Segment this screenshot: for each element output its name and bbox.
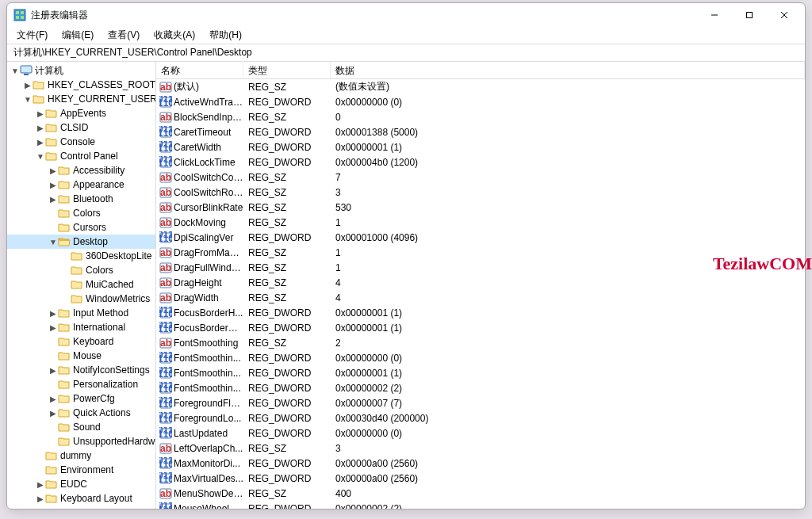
expand-icon[interactable]: ▶: [48, 408, 58, 418]
expand-icon[interactable]: ▶: [36, 137, 45, 147]
value-row[interactable]: 011110ForegroundLo...REG_DWORD0x00030d40…: [156, 410, 805, 426]
tree-item[interactable]: ▼Control Panel: [7, 149, 155, 163]
value-row[interactable]: 011110ForegroundFla...REG_DWORD0x0000000…: [156, 395, 805, 410]
tree-item[interactable]: Colors: [7, 206, 155, 220]
tree-item[interactable]: MuiCached: [7, 277, 155, 292]
value-row[interactable]: 011110CaretTimeoutREG_DWORD0x00001388 (5…: [156, 124, 805, 139]
tree-item[interactable]: dummy: [7, 448, 155, 463]
expand-icon[interactable]: [36, 451, 45, 460]
expand-icon[interactable]: [61, 294, 71, 303]
tree-item[interactable]: ▶Quick Actions: [7, 406, 155, 420]
expand-icon[interactable]: ▶: [48, 194, 58, 204]
value-row[interactable]: 011110LastUpdatedREG_DWORD0x00000000 (0): [156, 426, 805, 441]
menu-favorites[interactable]: 收藏夹(A): [147, 27, 201, 44]
tree-item[interactable]: ▶Appearance: [7, 177, 155, 192]
value-row[interactable]: abCoolSwitchRowsREG_SZ3: [156, 185, 805, 200]
value-row[interactable]: 011110FontSmoothin...REG_DWORD0x00000000…: [156, 350, 805, 365]
menu-help[interactable]: 帮助(H): [203, 27, 248, 44]
tree-item[interactable]: ▶PowerCfg: [7, 391, 155, 406]
tree-item[interactable]: ▼计算机: [7, 63, 155, 78]
value-row[interactable]: 011110FontSmoothin...REG_DWORD0x00000002…: [156, 380, 805, 395]
col-name[interactable]: 名称: [156, 62, 243, 78]
menu-edit[interactable]: 编辑(E): [56, 27, 100, 44]
expand-icon[interactable]: [48, 380, 58, 389]
expand-icon[interactable]: [48, 437, 58, 446]
expand-icon[interactable]: [48, 337, 58, 346]
expand-icon[interactable]: [48, 422, 58, 432]
tree-item[interactable]: Personalization: [7, 377, 155, 391]
registry-tree[interactable]: ▼计算机▶HKEY_CLASSES_ROOT▼HKEY_CURRENT_USER…: [7, 62, 156, 509]
tree-item[interactable]: Mouse: [7, 349, 155, 363]
tree-item[interactable]: Colors: [7, 263, 155, 277]
expand-icon[interactable]: [61, 265, 71, 275]
expand-icon[interactable]: [48, 208, 58, 218]
tree-item[interactable]: Sound: [7, 420, 155, 434]
expand-icon[interactable]: ▶: [48, 166, 58, 175]
tree-item[interactable]: ▶CLSID: [7, 120, 155, 135]
value-row[interactable]: ab(默认)REG_SZ(数值未设置): [156, 79, 805, 94]
value-row[interactable]: abDragHeightREG_SZ4: [156, 275, 805, 290]
value-row[interactable]: abDragWidthREG_SZ4: [156, 290, 805, 305]
tree-item[interactable]: ▶Console: [7, 135, 155, 149]
menu-view[interactable]: 查看(V): [102, 27, 146, 44]
expand-icon[interactable]: ▼: [48, 237, 58, 246]
expand-icon[interactable]: ▼: [23, 94, 33, 104]
expand-icon[interactable]: [61, 251, 71, 261]
value-row[interactable]: abDragFullWindo...REG_SZ1: [156, 260, 805, 275]
value-row[interactable]: abLeftOverlapCh...REG_SZ3: [156, 441, 805, 456]
value-row[interactable]: 011110FocusBorderH...REG_DWORD0x00000001…: [156, 305, 805, 320]
expand-icon[interactable]: ▶: [48, 365, 58, 375]
titlebar[interactable]: 注册表编辑器: [7, 3, 805, 27]
expand-icon[interactable]: [48, 223, 58, 232]
tree-item[interactable]: ▶HKEY_CLASSES_ROOT: [7, 78, 155, 92]
expand-icon[interactable]: ▶: [36, 109, 45, 118]
col-type[interactable]: 类型: [243, 62, 331, 78]
value-row[interactable]: 011110DpiScalingVerREG_DWORD0x00001000 (…: [156, 230, 805, 245]
value-row[interactable]: 011110ClickLockTimeREG_DWORD0x000004b0 (…: [156, 155, 805, 170]
tree-item[interactable]: Cursors: [7, 220, 155, 235]
expand-icon[interactable]: ▶: [36, 494, 45, 503]
tree-item[interactable]: ▼Desktop: [7, 235, 155, 249]
value-row[interactable]: 011110MaxMonitorDi...REG_DWORD0x00000a00…: [156, 456, 805, 471]
value-row[interactable]: abFontSmoothingREG_SZ2: [156, 335, 805, 350]
value-row[interactable]: abMenuShowDelayREG_SZ400: [156, 486, 805, 501]
value-row[interactable]: 011110MaxVirtualDes...REG_DWORD0x00000a0…: [156, 471, 805, 486]
tree-item[interactable]: ▶Keyboard Layout: [7, 491, 155, 506]
value-row[interactable]: abCoolSwitchCol...REG_SZ7: [156, 170, 805, 185]
expand-icon[interactable]: [61, 280, 71, 289]
value-row[interactable]: abCursorBlinkRateREG_SZ530: [156, 200, 805, 215]
value-row[interactable]: 011110ActiveWndTrac...REG_DWORD0x0000000…: [156, 94, 805, 109]
value-row[interactable]: 011110FocusBorderW...REG_DWORD0x00000001…: [156, 320, 805, 335]
tree-item[interactable]: ▶Bluetooth: [7, 192, 155, 206]
value-row[interactable]: abBlockSendInpu...REG_SZ0: [156, 109, 805, 124]
menu-file[interactable]: 文件(F): [10, 27, 54, 44]
tree-item[interactable]: ▼HKEY_CURRENT_USER: [7, 92, 155, 106]
value-row[interactable]: 011110CaretWidthREG_DWORD0x00000001 (1): [156, 139, 805, 155]
minimize-button[interactable]: [697, 3, 732, 27]
value-row[interactable]: abDragFromMaxi...REG_SZ1: [156, 245, 805, 260]
tree-item[interactable]: Environment: [7, 463, 155, 477]
expand-icon[interactable]: ▶: [23, 80, 33, 90]
tree-item[interactable]: 360DesktopLite: [7, 249, 155, 263]
maximize-button[interactable]: [732, 3, 767, 27]
value-row[interactable]: 011110FontSmoothin...REG_DWORD0x00000001…: [156, 365, 805, 380]
expand-icon[interactable]: ▶: [48, 308, 58, 318]
tree-item[interactable]: Keyboard: [7, 334, 155, 349]
expand-icon[interactable]: ▶: [36, 479, 45, 489]
tree-item[interactable]: ▶EUDC: [7, 477, 155, 491]
expand-icon[interactable]: ▶: [48, 394, 58, 403]
col-data[interactable]: 数据: [331, 62, 805, 78]
tree-item[interactable]: UnsupportedHardwareNotificationCache: [7, 434, 155, 448]
tree-item[interactable]: ▶Accessibility: [7, 163, 155, 177]
expand-icon[interactable]: ▼: [10, 66, 20, 75]
value-list[interactable]: 名称 类型 数据 ab(默认)REG_SZ(数值未设置)011110Active…: [156, 62, 805, 509]
tree-item[interactable]: ▶NotifyIconSettings: [7, 363, 155, 377]
address-bar[interactable]: 计算机\HKEY_CURRENT_USER\Control Panel\Desk…: [7, 44, 805, 62]
expand-icon[interactable]: ▼: [36, 151, 45, 161]
tree-item[interactable]: WindowMetrics: [7, 292, 155, 306]
expand-icon[interactable]: [48, 351, 58, 361]
value-row[interactable]: abDockMovingREG_SZ1: [156, 215, 805, 230]
close-button[interactable]: [767, 3, 802, 27]
expand-icon[interactable]: ▶: [48, 322, 58, 332]
tree-item[interactable]: ▶International: [7, 320, 155, 334]
